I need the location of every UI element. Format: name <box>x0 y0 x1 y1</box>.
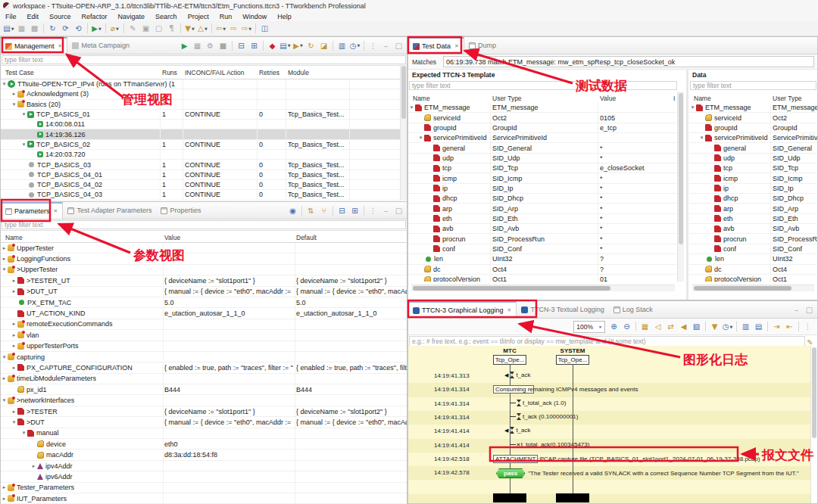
table-row[interactable]: ▾TCP_BASICS_011CONTINUE0Tcp_Basics_Test.… <box>1 110 407 120</box>
table-row[interactable]: ▸PX_CAPTURE_CONFIGURATION{ enabled := tr… <box>1 362 407 373</box>
jump-previous-icon[interactable]: ◁ <box>652 321 663 333</box>
lifeline-component-box[interactable]: Tcp_Ope... <box>556 355 589 365</box>
table-row[interactable]: avbSID_Avb* <box>408 224 678 234</box>
chevron-collapsed-icon[interactable]: ▸ <box>11 332 17 338</box>
column-header-name[interactable]: Name <box>5 234 23 241</box>
table-row[interactable]: ▸IUT_Parameters <box>1 493 407 504</box>
table-row[interactable]: procrunSID_ProcessRun <box>689 234 817 244</box>
expand-all-icon[interactable]: ⊞ <box>248 39 260 51</box>
tab-properties[interactable]: Properties <box>156 202 205 219</box>
column-header-runs[interactable]: Runs <box>162 69 177 76</box>
tab-test-data[interactable]: Test Data✕ <box>408 37 464 54</box>
table-row[interactable]: ipSID_Ip* <box>408 184 678 194</box>
table-row[interactable]: icmpSID_Icmp <box>689 173 817 183</box>
table-row[interactable]: TCP_BASICS_04_011CONTINUE0Tcp_Basics_Tes… <box>1 170 407 180</box>
table-row[interactable]: avbSID_Avb <box>689 224 817 234</box>
chevron-collapsed-icon[interactable]: ▸ <box>11 409 17 415</box>
table-row[interactable]: protocolVersionOct101 <box>408 275 678 282</box>
logging-vertical-scrollbar[interactable] <box>810 346 817 503</box>
management-vertical-scrollbar[interactable] <box>400 64 407 201</box>
open-log-icon[interactable]: ▥ <box>740 321 751 333</box>
lifeline-component-box[interactable]: Tcp_Ope... <box>493 355 526 365</box>
doc-a-icon[interactable]: ▣ <box>140 23 151 35</box>
time-options-icon[interactable]: ◷▼ <box>722 321 733 333</box>
table-row[interactable]: ▸vlan <box>1 330 407 341</box>
table-row[interactable]: ▾Basics (20) <box>1 100 407 110</box>
statistics-icon[interactable]: ▧ <box>691 321 702 333</box>
expected-horizontal-scrollbar[interactable] <box>411 285 675 291</box>
chevron-collapsed-icon[interactable]: ▸ <box>30 463 37 469</box>
tab-dump[interactable]: Dump <box>464 37 501 54</box>
chevron-expanded-icon[interactable]: ▾ <box>1 266 8 272</box>
checklist-icon[interactable]: ▤▼ <box>279 39 291 51</box>
stop-icon[interactable]: ■ <box>217 39 229 51</box>
table-row[interactable]: TCP_BASICS_04_021CONTINUE0Tcp_Basics_Tes… <box>1 180 407 190</box>
restore-icon[interactable]: ↻ <box>305 39 317 51</box>
attachment-badge[interactable]: ATTACHMENT <box>493 455 538 463</box>
data-horizontal-scrollbar[interactable] <box>692 285 814 291</box>
settings-icon[interactable]: ⚙ <box>204 39 216 51</box>
print-icon[interactable]: ▤ <box>753 321 764 333</box>
close-tab-icon[interactable]: ✕ <box>507 307 512 313</box>
table-row[interactable]: ▾ETM_messageETM_message <box>408 103 678 113</box>
save-icon[interactable]: ▦ <box>16 23 27 35</box>
tab-test-adapter-parameters[interactable]: Test Adapter Parameters <box>63 202 156 219</box>
table-row[interactable]: ▸UpperTester <box>1 243 407 254</box>
forward-icon[interactable]: ⇨▼ <box>241 23 252 35</box>
event-timer-stop[interactable]: ×t_total_ack(0.100345473) <box>510 441 589 448</box>
table-row[interactable]: dcOct4? <box>408 265 678 275</box>
table-row[interactable]: lenUInt32 <box>689 254 817 264</box>
save-all-icon[interactable]: ▩ <box>29 23 40 35</box>
event-timeout[interactable]: ◀t_ack <box>504 372 531 378</box>
chevron-collapsed-icon[interactable]: ▸ <box>11 288 17 294</box>
menu-refactor[interactable]: Refactor <box>76 13 113 20</box>
format-icon[interactable]: ✎ <box>127 23 139 35</box>
table-row[interactable]: udpSID_Udp* <box>408 154 678 163</box>
event-timeout[interactable]: ◀t_ack <box>504 427 531 434</box>
table-row[interactable]: ▾>networkInterfaces <box>1 395 407 406</box>
table-row[interactable]: tcpSID_Tcp <box>689 163 817 173</box>
maximize-icon[interactable]: □ <box>393 204 404 216</box>
table-view-icon[interactable]: ▦ <box>639 321 651 333</box>
table-row[interactable]: dhcpSID_Dhcp* <box>408 194 678 204</box>
table-row[interactable]: serviceIdOct20105 <box>408 113 678 123</box>
expected-filter-input[interactable] <box>409 81 677 90</box>
tab-ttcn-3-textual-logging[interactable]: TTCN-3 Textual Logging <box>517 301 608 318</box>
parameters-filter-input[interactable] <box>2 220 406 229</box>
table-row[interactable]: ▸Tester_Parameters <box>1 483 407 493</box>
collapse-all-icon[interactable]: ⊟ <box>236 39 247 51</box>
column-header-value[interactable]: Value <box>600 95 616 102</box>
chevron-collapsed-icon[interactable]: ▸ <box>1 256 8 262</box>
open-perspective-icon[interactable]: ◫ <box>259 23 270 35</box>
report-icon[interactable]: ▥ <box>336 39 348 51</box>
zoom-out-icon[interactable]: ⊖ <box>621 321 632 333</box>
view-menu-icon[interactable]: ⋮ <box>802 321 813 333</box>
column-header-default[interactable]: Default <box>296 234 317 241</box>
event-verdict-pass[interactable]: pass"The Tester received a valid SYN,ACK… <box>496 468 799 478</box>
table-row[interactable]: PX_ETM_TAC5.05.0 <box>1 297 407 308</box>
matches-combo[interactable]: 06:19:39.738 match ETM_message: mw_etm_s… <box>443 56 814 67</box>
run-configuration-icon[interactable]: ▶▼ <box>292 39 304 51</box>
chevron-collapsed-icon[interactable]: ▸ <box>1 496 8 502</box>
table-row[interactable]: deviceeth0 <box>1 439 407 450</box>
build-all-icon[interactable]: ⟲ <box>73 23 84 35</box>
column-header-user-type[interactable]: User Type <box>492 95 522 102</box>
table-row[interactable]: TCP_BASICS_04_031CONTINUE0Tcp_Basics_Tes… <box>1 190 407 200</box>
menu-source[interactable]: Source <box>44 13 76 20</box>
column-header-name[interactable]: Name <box>694 95 711 102</box>
table-row[interactable]: TCP_BASICS_031CONTINUE0Tcp_Basics_Test..… <box>1 160 407 170</box>
refresh-icon[interactable]: ↻ <box>47 23 58 35</box>
data-filter-input[interactable] <box>690 81 816 90</box>
chevron-expanded-icon[interactable]: ▾ <box>11 419 17 425</box>
new-wizard-icon[interactable]: ▤▼ <box>3 23 14 35</box>
table-row[interactable]: ▸LoggingFunctions <box>1 254 407 264</box>
columns-icon[interactable]: ▦ <box>192 39 203 51</box>
chevron-expanded-icon[interactable]: ▾ <box>689 104 696 110</box>
annotations-icon[interactable]: △▼ <box>197 23 208 35</box>
table-row[interactable]: ▾>DUT{ manual := { device := "eth0", mac… <box>1 417 407 428</box>
forward-last-icon[interactable]: ⇨ <box>228 23 239 35</box>
table-row[interactable]: ▸timeLibModuleParameters <box>1 374 407 384</box>
show-tree-icon[interactable]: ⑂ <box>318 204 329 216</box>
event-timer-start[interactable]: t_ack (0.100000001) <box>510 413 578 420</box>
back-icon[interactable]: ⇦▼ <box>215 23 226 35</box>
